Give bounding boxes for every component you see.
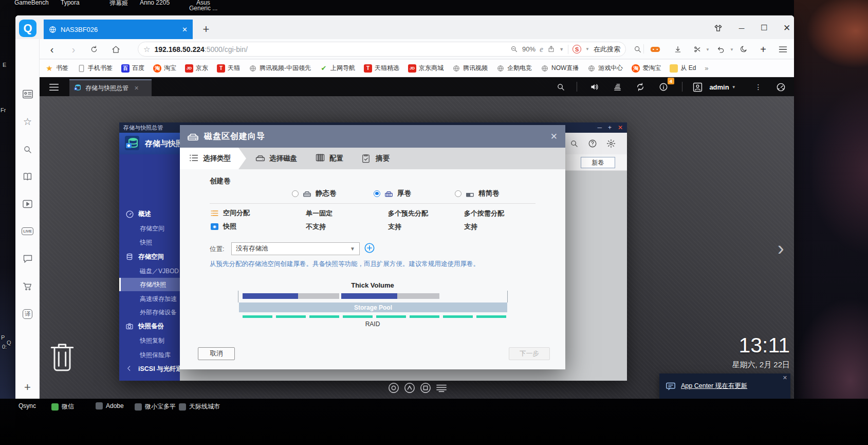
window-maximize-icon[interactable]: +: [608, 124, 612, 131]
desktop-icon-generic[interactable]: Generic ...: [189, 5, 217, 12]
taskbar-item-qsync[interactable]: Qsync: [19, 402, 36, 410]
zoom-out-icon[interactable]: [510, 45, 518, 53]
reading-book-icon[interactable]: [21, 170, 34, 183]
new-tab-button[interactable]: +: [199, 23, 213, 36]
taskbar-item-weixiaobao[interactable]: 微小宝多平: [135, 402, 176, 411]
menu-icon[interactable]: [776, 43, 789, 56]
sidebar-section-storage[interactable]: 存储空间: [119, 250, 180, 263]
sidebar-item-snapshots[interactable]: 快照: [119, 236, 180, 249]
bookmark-item[interactable]: ★书签: [45, 64, 68, 73]
window-close-icon[interactable]: ✕: [618, 124, 623, 131]
sidebar-item-snapshot-vault[interactable]: 快照保险库: [119, 348, 180, 362]
sidebar-item-storage-space[interactable]: 存储空间: [119, 222, 180, 235]
app-center-notification[interactable]: App Center 现在有更新 ✕: [659, 373, 790, 399]
zoom-level[interactable]: 90%: [522, 45, 535, 53]
bookmark-item[interactable]: JD京东商城: [408, 64, 444, 73]
taskbar-item-wechat[interactable]: 微信: [51, 402, 74, 411]
favorites-star-icon[interactable]: ☆: [21, 115, 34, 128]
bookmark-star-icon[interactable]: ☆: [143, 45, 150, 54]
sogou-icon[interactable]: S: [572, 45, 581, 54]
browser-active-tab[interactable]: NAS3BF026 ✕: [44, 20, 193, 39]
search-here-label[interactable]: 在此搜索: [594, 45, 620, 54]
desktop-icon-typora[interactable]: Typora: [61, 0, 80, 6]
desktop-icon-anno2205[interactable]: Anno 2205: [140, 0, 170, 6]
bookmark-item[interactable]: 淘爱淘宝: [632, 64, 661, 73]
forward-button[interactable]: ›: [67, 43, 80, 56]
more-options-icon[interactable]: ⋮: [751, 80, 766, 94]
help-icon[interactable]: [588, 139, 597, 148]
taskbar-item-adobe[interactable]: Adobe: [96, 402, 124, 410]
bookmark-item[interactable]: 腾讯视频-中国领先: [249, 64, 311, 73]
sidebar-item-snapshot-replica[interactable]: 快照复制: [119, 334, 180, 347]
dock-show-desktop-icon[interactable]: [388, 382, 399, 394]
notification-close-icon[interactable]: ✕: [783, 375, 787, 381]
settings-gear-icon[interactable]: [606, 139, 616, 148]
desktop-icon-gamebench[interactable]: GameBench: [14, 0, 49, 6]
sidebar-section-iscsi[interactable]: iSCSI 与光纤通道: [119, 362, 180, 376]
step-configure[interactable]: 配置: [306, 148, 353, 169]
shopping-cart-icon[interactable]: [21, 279, 34, 292]
option-thin-volume[interactable]: 精简卷: [455, 189, 500, 198]
qts-search-icon[interactable]: [553, 80, 568, 94]
share-icon[interactable]: [547, 45, 555, 53]
bookmark-item[interactable]: NOW直播: [541, 64, 579, 73]
live-icon[interactable]: LIVE: [21, 225, 34, 238]
bookmark-item[interactable]: T天猫: [217, 64, 240, 73]
recycle-bin-icon[interactable]: [49, 341, 76, 372]
game-center-icon[interactable]: [649, 43, 662, 56]
bookmark-item[interactable]: 游戏中心: [587, 64, 623, 73]
chat-bubble-icon[interactable]: [21, 252, 34, 265]
sidebar-item-external-storage[interactable]: 外部存储设备: [119, 306, 180, 319]
notifications-info-icon[interactable]: 4: [656, 80, 671, 94]
back-button[interactable]: ‹: [45, 43, 59, 56]
next-wallpaper-chevron[interactable]: ›: [778, 238, 784, 260]
external-device-sync-icon[interactable]: [633, 80, 648, 94]
search-icon[interactable]: [631, 43, 644, 56]
main-menu-icon[interactable]: [47, 80, 61, 94]
bookmarks-overflow-chevron[interactable]: »: [705, 64, 708, 72]
window-search-icon[interactable]: [570, 139, 579, 148]
refresh-icon[interactable]: [87, 43, 101, 56]
chevron-down-icon[interactable]: ▼: [559, 47, 564, 52]
volume-speaker-icon[interactable]: [587, 80, 602, 94]
chevron-down-icon[interactable]: ▼: [701, 43, 714, 56]
dock-apps-icon[interactable]: [420, 382, 431, 394]
create-pool-plus-icon[interactable]: [364, 242, 375, 254]
sidebar-item-overview[interactable]: 概述: [119, 207, 180, 221]
bookmark-item[interactable]: JD京东: [185, 64, 208, 73]
theme-shirt-icon[interactable]: [710, 22, 726, 34]
next-button[interactable]: 下一步: [509, 347, 550, 360]
bookmark-item[interactable]: T天猫精选: [364, 64, 399, 73]
cancel-button[interactable]: 取消: [198, 347, 235, 360]
bookmark-item[interactable]: 淘淘宝: [153, 64, 176, 73]
qts-open-app-tab[interactable]: 存储与快照总管 ✕: [69, 79, 152, 96]
profile-card-icon[interactable]: [21, 87, 34, 100]
option-thick-volume[interactable]: 厚卷: [374, 189, 411, 198]
history-search-icon[interactable]: [21, 143, 34, 156]
option-static-volume[interactable]: 静态卷: [292, 189, 337, 198]
tab-close-icon[interactable]: ✕: [182, 26, 188, 33]
desktop-icon-danmu[interactable]: 弹幕姬: [109, 0, 128, 8]
sidebar-item-cache-acceleration[interactable]: 高速缓存加速: [119, 292, 180, 306]
window-minimize-icon[interactable]: ─: [597, 124, 602, 131]
address-bar[interactable]: ☆ 192.168.50.224:5000/cgi-bin/ 90% e ▼ S…: [138, 42, 626, 57]
chevron-down-icon[interactable]: ▼: [585, 47, 589, 51]
new-volume-button[interactable]: 新卷: [581, 157, 615, 168]
night-mode-moon-icon[interactable]: [737, 43, 750, 56]
dock-settings-icon[interactable]: [404, 382, 415, 394]
add-button[interactable]: +: [756, 43, 770, 56]
step-select-disks[interactable]: 选择磁盘: [246, 148, 306, 169]
bookmark-item[interactable]: 企鹅电竞: [496, 64, 532, 73]
user-menu[interactable]: admin▼: [708, 80, 737, 94]
bookmark-item[interactable]: 腾讯视频: [452, 64, 488, 73]
step-select-type[interactable]: 选择类型: [180, 148, 246, 169]
close-button[interactable]: ✕: [779, 22, 795, 34]
qts-tab-close-icon[interactable]: ✕: [134, 85, 139, 92]
maximize-button[interactable]: ☐: [756, 22, 772, 34]
home-icon[interactable]: [109, 43, 122, 56]
radio-selected[interactable]: [374, 190, 380, 197]
sidebar-add-icon[interactable]: +: [21, 381, 34, 394]
sidebar-item-disks-vjbod[interactable]: 磁盘／VJBOD: [119, 264, 180, 278]
sidebar-section-snapshot-backup[interactable]: 快照备份: [119, 319, 180, 333]
dashboard-gauge-icon[interactable]: [773, 80, 788, 94]
